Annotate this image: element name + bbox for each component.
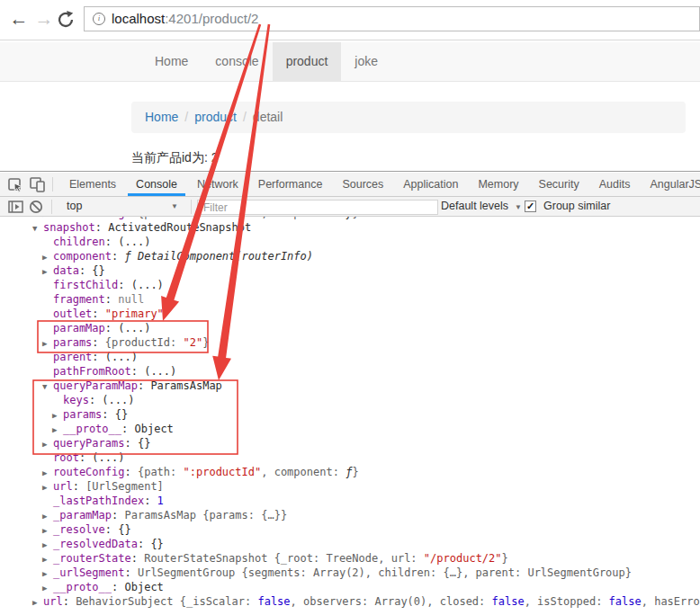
console-token: {} <box>118 523 130 536</box>
console-row[interactable]: ▼snapshot: ActivatedRouteSnapshot <box>0 220 700 235</box>
url-host: localhost <box>112 11 165 26</box>
console-row[interactable]: ▶queryParams: {} <box>0 436 700 450</box>
console-token: pathFromRoot <box>53 365 131 378</box>
console-token: "/product/2" <box>424 552 502 565</box>
log-levels-select[interactable]: Default levels▼ <box>441 197 522 217</box>
console-token: "primary" <box>105 308 164 320</box>
devtools-tab-memory[interactable]: Memory <box>468 173 528 196</box>
breadcrumb-item-product[interactable]: product <box>194 110 237 124</box>
console-token: children <box>53 236 105 248</box>
console-row[interactable]: ▶_resolve: {} <box>0 522 700 537</box>
console-token: root <box>53 451 79 464</box>
console-row[interactable]: ▶params: {} <box>0 407 700 422</box>
console-row[interactable]: ▶params: {productId: "2"} <box>0 335 700 350</box>
page-info-icon[interactable]: i <box>93 13 105 25</box>
product-id-text: 当前产品id为: 2 <box>131 150 218 166</box>
console-row[interactable]: ▶_urlSegment: UrlSegmentGroup {segments:… <box>0 566 700 580</box>
disclosure-collapsed-icon[interactable]: ▶ <box>32 595 43 610</box>
console-token: {} <box>92 264 104 277</box>
console-token: (...) <box>144 365 176 378</box>
disclosure-collapsed-icon[interactable]: ▶ <box>42 336 53 351</box>
console-token: routeConfig <box>53 466 124 478</box>
disclosure-collapsed-icon[interactable]: ▶ <box>52 408 63 423</box>
console-token: : <box>124 566 137 579</box>
disclosure-collapsed-icon[interactable]: ▶ <box>42 523 53 538</box>
console-token: : <box>124 217 137 219</box>
nav-item-joke[interactable]: joke <box>341 42 391 81</box>
devtools-tab-audits[interactable]: Audits <box>589 173 641 196</box>
console-token: RouterStateSnapshot {_root: TreeNode, ur… <box>144 552 424 565</box>
console-row[interactable]: ▶data: {} <box>0 263 700 278</box>
console-row[interactable]: ▶component: ƒ DetailComponent(routerInfo… <box>0 249 700 263</box>
nav-item-product[interactable]: product <box>273 42 342 81</box>
nav-item-home[interactable]: Home <box>141 42 202 81</box>
console-filter-input[interactable] <box>197 200 438 215</box>
console-token: null <box>118 293 144 306</box>
clear-console-icon[interactable] <box>29 200 43 214</box>
disclosure-collapsed-icon[interactable]: ▶ <box>42 264 53 279</box>
console-token: _routerState <box>53 552 131 565</box>
console-row[interactable]: ▶__proto__: Object <box>0 580 700 594</box>
devtools-tab-console[interactable]: Console <box>126 173 187 196</box>
console-token: : <box>79 451 92 464</box>
disclosure-collapsed-icon[interactable]: ▶ <box>42 538 53 552</box>
console-row[interactable]: ▶url: BehaviorSubject {_isScalar: false,… <box>0 594 700 609</box>
disclosure-collapsed-icon[interactable]: ▶ <box>42 437 53 451</box>
console-token: : <box>138 538 150 550</box>
execution-context-select[interactable]: top ▼ <box>59 197 185 217</box>
back-button[interactable]: ← <box>7 4 31 33</box>
console-row: keys: (...) <box>0 393 700 407</box>
disclosure-collapsed-icon[interactable]: ▶ <box>42 509 53 523</box>
device-toolbar-icon[interactable] <box>30 177 46 192</box>
group-similar-checkbox[interactable]: ✓ <box>525 201 536 212</box>
devtools-tab-angularjs[interactable]: AngularJS <box>640 173 700 196</box>
disclosure-collapsed-icon[interactable]: ▶ <box>42 552 53 566</box>
console-token: : <box>138 379 150 392</box>
console-token: : <box>92 336 104 349</box>
disclosure-collapsed-icon[interactable]: ▶ <box>42 480 53 495</box>
console-row[interactable]: ▶_resolvedData: {} <box>0 537 700 551</box>
console-row[interactable]: ▼queryParamMap: ParamsAsMap <box>0 379 700 393</box>
disclosure-collapsed-icon[interactable]: ▶ <box>52 423 63 437</box>
devtools-tab-elements[interactable]: Elements <box>59 173 126 196</box>
url-text: localhost:4201/product/2 <box>112 7 258 31</box>
chevron-down-icon: ▼ <box>171 197 178 216</box>
screen: ← → i localhost:4201/product/2 Homeconso… <box>0 0 700 615</box>
console-row: parent: (...) <box>0 350 700 364</box>
forward-button[interactable]: → <box>32 4 56 33</box>
devtools-panel: ElementsConsoleNetworkPerformanceSources… <box>0 171 700 615</box>
disclosure-collapsed-icon[interactable]: ▶ <box>42 466 53 480</box>
inspect-element-icon[interactable] <box>8 178 23 192</box>
devtools-tab-performance[interactable]: Performance <box>248 173 333 196</box>
console-token: : <box>124 437 137 450</box>
log-levels-value: Default levels <box>441 200 508 212</box>
console-token: , component: <box>261 466 346 478</box>
devtools-tab-security[interactable]: Security <box>529 173 589 196</box>
disclosure-collapsed-icon[interactable]: ▶ <box>42 581 53 595</box>
console-token: _lastPathIndex <box>53 495 144 507</box>
disclosure-expanded-icon[interactable]: ▼ <box>32 221 43 236</box>
address-bar[interactable]: i localhost:4201/product/2 <box>84 6 700 31</box>
console-row[interactable]: ▶_routerState: RouterStateSnapshot {_roo… <box>0 551 700 566</box>
toolbar-separator <box>51 200 52 214</box>
console-row[interactable]: ▶routeConfig: {path: ":productId", compo… <box>0 465 700 479</box>
devtools-tab-application[interactable]: Application <box>393 173 468 196</box>
console-row[interactable]: ▶_paramMap: ParamsAsMap {params: {…}} <box>0 508 700 522</box>
console-token: _urlSegment <box>53 566 124 579</box>
console-row[interactable]: ▶__proto__: Object <box>0 422 700 436</box>
console-token: ParamsAsMap <box>150 379 221 392</box>
devtools-tab-network[interactable]: Network <box>187 173 248 196</box>
console-row[interactable]: ▶url: [UrlSegment] <box>0 479 700 494</box>
console-output: ▶routeConfig: {path: ":productId", compo… <box>0 217 700 615</box>
console-token: } <box>352 466 358 478</box>
disclosure-expanded-icon[interactable]: ▼ <box>42 379 53 394</box>
refresh-button[interactable] <box>56 10 76 30</box>
console-token: ƒ DetailComponent(routerInfo) <box>124 250 313 263</box>
nav-item-console[interactable]: console <box>202 42 272 81</box>
disclosure-collapsed-icon[interactable]: ▶ <box>42 250 53 264</box>
console-token: routeConfig <box>53 217 124 219</box>
console-sidebar-icon[interactable] <box>8 201 23 213</box>
disclosure-collapsed-icon[interactable]: ▶ <box>42 566 53 581</box>
breadcrumb-item-home[interactable]: Home <box>145 110 178 124</box>
devtools-tab-sources[interactable]: Sources <box>332 173 393 196</box>
